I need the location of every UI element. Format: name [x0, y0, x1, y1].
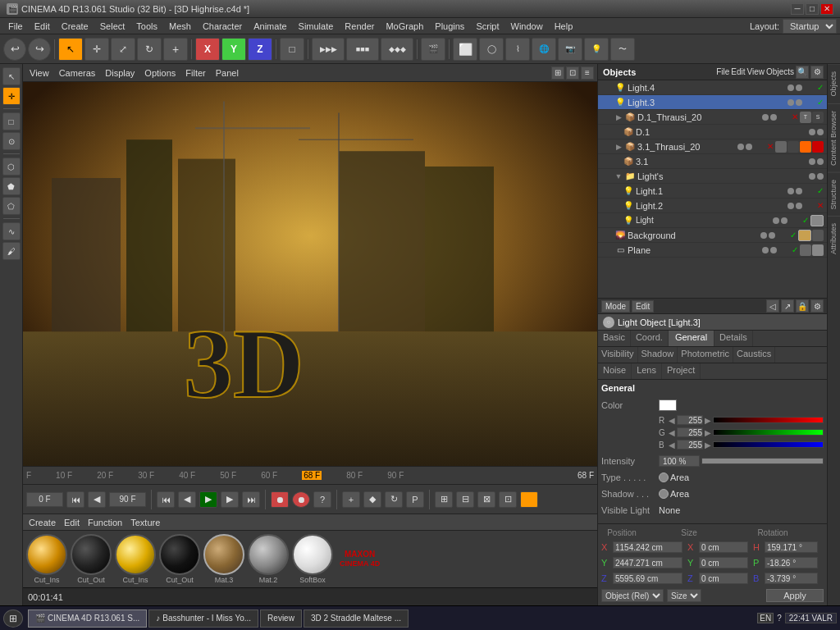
tp-p[interactable]: P	[406, 491, 424, 508]
tp-play-back[interactable]: ◀	[178, 491, 196, 508]
tab-visibility[interactable]: Visibility	[598, 347, 638, 363]
obj-row-plane[interactable]: ▭ Plane ✓	[598, 243, 827, 258]
obj-expand-31t[interactable]: ▶	[614, 143, 623, 151]
intensity-input[interactable]	[659, 455, 700, 467]
vt-options[interactable]: Options	[141, 68, 179, 78]
obj-row-light[interactable]: 💡 Light ✓	[598, 213, 827, 228]
tp-grid2[interactable]: ⊟	[456, 491, 474, 508]
tp-plus[interactable]: +	[342, 491, 360, 508]
edit-menu-btn[interactable]: Edit	[731, 67, 745, 76]
obj-row-light2[interactable]: 💡 Light.2 ✕	[598, 199, 827, 213]
obj-tag-plane-2[interactable]	[812, 244, 824, 256]
rst-structure[interactable]: Structure	[828, 172, 840, 217]
ch-g-input[interactable]	[677, 427, 703, 437]
attr-icon-4[interactable]: ⚙	[810, 299, 824, 313]
tp-prev-frame[interactable]: ⏮	[66, 491, 84, 508]
tp-skip-start[interactable]: ⏮	[157, 491, 175, 508]
z-axis-btn[interactable]: Z	[248, 38, 272, 61]
search-btn[interactable]: 🔍	[796, 66, 809, 79]
coord-mode-select[interactable]: Object (Rel)	[601, 589, 664, 602]
tab-details[interactable]: Details	[714, 331, 753, 346]
spline-btn[interactable]: 〜	[610, 38, 635, 61]
obj-expand-lights[interactable]: ▼	[614, 172, 623, 180]
size-mode-select[interactable]: Size	[667, 589, 701, 602]
rot-h-input[interactable]	[765, 541, 818, 553]
tp-step-back[interactable]: ◀	[88, 491, 106, 508]
tp-grid3[interactable]: ⊠	[477, 491, 495, 508]
undo-btn[interactable]: ↩	[3, 38, 26, 61]
keyframe-btn[interactable]: ◆◆◆	[381, 38, 413, 61]
start-frame-input[interactable]	[26, 492, 63, 507]
ch-r-slider[interactable]	[713, 417, 824, 423]
obj-tag-bg-1[interactable]	[798, 230, 811, 241]
mat-item-cut-ins2[interactable]: Cut_Ins	[115, 534, 156, 584]
apply-button[interactable]: Apply	[766, 589, 824, 602]
tp-grid[interactable]: ⊞	[435, 491, 453, 508]
size-x-input[interactable]	[699, 541, 748, 553]
add-btn[interactable]: +	[163, 38, 188, 61]
tp-key[interactable]: ◆	[363, 491, 381, 508]
vt-display[interactable]: Display	[102, 68, 138, 78]
view-menu-btn[interactable]: View	[747, 67, 765, 76]
ch-b-left[interactable]: ◀	[669, 441, 675, 450]
rst-content[interactable]: Content Browser	[828, 103, 840, 172]
color-swatch[interactable]	[659, 399, 677, 411]
obj-expand-d1t[interactable]: ▶	[614, 113, 623, 121]
lt-select[interactable]: □	[2, 112, 21, 130]
file-menu-btn[interactable]: File	[716, 67, 729, 76]
scale-tool-btn[interactable]: ⤢	[111, 38, 135, 61]
menu-mesh[interactable]: Mesh	[164, 20, 196, 33]
attr-icon-2[interactable]: ↗	[781, 299, 794, 313]
mat-edit[interactable]: Edit	[62, 518, 82, 527]
tp-auto[interactable]: ?	[313, 491, 331, 508]
menu-help[interactable]: Help	[550, 20, 578, 33]
lt-lasso[interactable]: ⊙	[2, 132, 21, 150]
cam-btn[interactable]: 📷	[558, 38, 582, 61]
attr-icon-1[interactable]: ◁	[766, 299, 779, 313]
menu-window[interactable]: Window	[506, 20, 548, 33]
minimize-btn[interactable]: ─	[791, 3, 804, 15]
obj-tag-plane-1[interactable]	[800, 244, 811, 256]
lt-move[interactable]: ✛	[2, 87, 21, 105]
play-btn-main[interactable]: ▶▶▶	[312, 38, 345, 61]
lt-point[interactable]: ⬠	[2, 197, 21, 215]
obj-render-light4[interactable]	[796, 84, 802, 91]
obj-row-light1[interactable]: 💡 Light.1 ✓	[598, 184, 827, 199]
light-btn[interactable]: 💡	[584, 38, 609, 61]
cube-btn[interactable]: ⬜	[453, 38, 477, 61]
obj-row-d1[interactable]: 📦 D.1	[598, 125, 827, 139]
rot-p-input[interactable]	[765, 557, 818, 568]
render-view-btn[interactable]: 🎬	[421, 38, 445, 61]
lt-poly[interactable]: ⬡	[2, 158, 21, 176]
close-btn[interactable]: ✕	[820, 3, 833, 15]
y-axis-btn[interactable]: Y	[221, 38, 246, 61]
edit-attr-btn[interactable]: Edit	[632, 300, 654, 313]
mat-item-cut-ins[interactable]: Cut_Ins	[26, 534, 67, 584]
ch-r-input[interactable]	[677, 415, 703, 425]
mat-function[interactable]: Function	[85, 518, 125, 527]
vt-panel[interactable]: Panel	[212, 68, 242, 78]
menu-mograph[interactable]: MoGraph	[381, 20, 428, 33]
menu-file[interactable]: File	[3, 20, 28, 33]
rot-b-input[interactable]	[765, 573, 818, 584]
layout-select[interactable]: Startup	[783, 19, 837, 34]
obj-row-light3[interactable]: 💡 Light.3 ✓	[598, 95, 827, 110]
obj-tag-light[interactable]	[810, 215, 824, 226]
ch-r-left[interactable]: ◀	[669, 416, 675, 425]
size-y-input[interactable]	[699, 557, 748, 568]
mat-create[interactable]: Create	[26, 518, 58, 527]
menu-animate[interactable]: Animate	[249, 20, 291, 33]
tab-lens[interactable]: Lens	[632, 363, 662, 379]
obj-row-d1t[interactable]: ▶ 📦 D.1_Thrausi_20 ✕ T S	[598, 110, 827, 125]
ch-g-left[interactable]: ◀	[669, 428, 675, 437]
vt-btn1[interactable]: ⊞	[551, 66, 564, 80]
objects-tab[interactable]: Objects	[603, 67, 636, 77]
mat-item-softbox[interactable]: SoftBox	[292, 534, 333, 584]
obj-tag-d1t-2[interactable]: S	[812, 112, 824, 123]
end-frame-input[interactable]	[109, 492, 146, 507]
objects-menu-btn[interactable]: Objects	[766, 67, 794, 76]
taskbar-cinema4d[interactable]: 🎬 CINEMA 4D R13.061 S...	[28, 609, 147, 628]
anim-record-btn[interactable]: ■■■	[346, 38, 379, 61]
attr-icon-3[interactable]: 🔒	[796, 299, 809, 313]
tp-orange[interactable]	[520, 491, 538, 508]
